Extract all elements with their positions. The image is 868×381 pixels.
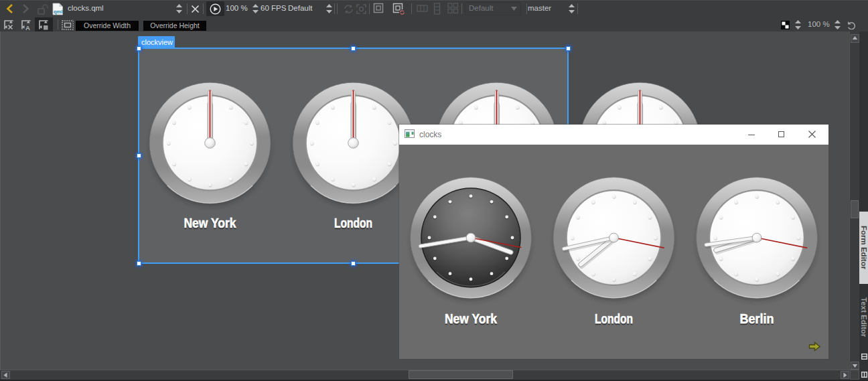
svg-text:London: London xyxy=(595,311,633,326)
svg-text:qml: qml xyxy=(54,9,62,15)
svg-text:Berlin: Berlin xyxy=(740,311,774,326)
svg-text:New York: New York xyxy=(445,311,498,326)
svg-text:A: A xyxy=(25,24,30,31)
